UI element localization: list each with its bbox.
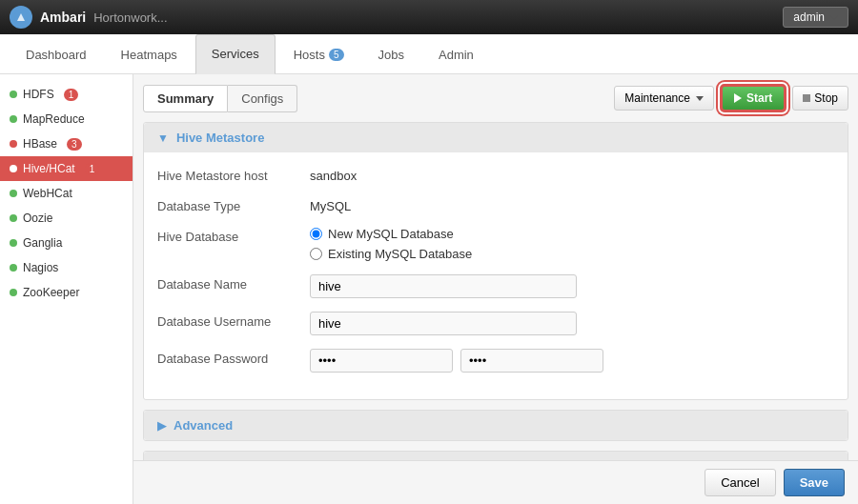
start-button[interactable]: Start [720,84,786,112]
cancel-button[interactable]: Cancel [705,469,775,496]
hbase-badge: 3 [67,138,82,151]
db-username-label: Database Username [157,312,310,329]
sidebar-item-hbase[interactable]: HBase 3 [0,131,133,156]
brand: Ambari Hortonwork... [10,6,168,29]
sidebar-item-ganglia[interactable]: Ganglia [0,231,133,255]
navbar: Ambari Hortonwork... admin [0,0,858,34]
mapreduce-status-dot [10,115,17,123]
hive-hcat-status-dot [10,165,17,172]
play-icon [734,93,742,103]
stop-icon [803,94,810,102]
hive-db-radio-group: New MySQL Database Existing MySQL Databa… [310,227,472,261]
tab-admin[interactable]: Admin [422,34,490,74]
radio-existing-mysql: Existing MySQL Database [310,247,472,261]
sidebar-item-zookeeper[interactable]: ZooKeeper [0,280,133,305]
hive-hcat-badge: 1 [85,163,100,175]
maintenance-chevron-icon [696,96,704,101]
host-label: Hive Metastore host [157,166,310,183]
db-name-label: Database Name [157,274,310,292]
db-password-confirm-input[interactable] [460,349,603,373]
cluster-label: Hortonwork... [93,10,167,25]
advanced-section-header[interactable]: ▶ Advanced [144,411,848,440]
tab-services[interactable]: Services [195,34,276,74]
sidebar-item-mapreduce[interactable]: MapReduce [0,107,133,131]
tab-summary[interactable]: Summary [143,85,228,112]
bottom-bar: Cancel Save [133,460,858,504]
ambari-logo [10,6,32,29]
tab-dashboard[interactable]: Dashboard [10,34,103,74]
advanced-arrow-icon: ▶ [157,419,166,433]
scrollable-content: Summary Configs Maintenance Start [133,74,858,504]
admin-dropdown[interactable]: admin [783,7,848,28]
hosts-badge: 5 [329,49,344,61]
ambari-label: Ambari [40,10,86,25]
db-username-input[interactable] [310,312,577,335]
db-type-value: MySQL [310,196,351,213]
hive-metastore-section: ▼ Hive Metastore Hive Metastore host san… [143,122,848,400]
action-buttons: Maintenance Start Stop [614,84,848,112]
zookeeper-status-dot [10,289,17,296]
stop-button[interactable]: Stop [792,86,848,111]
radio-new-mysql-input[interactable] [310,228,322,240]
password-inputs [310,349,603,373]
hive-db-row: Hive Database New MySQL Database Existin… [157,227,834,261]
db-name-input[interactable] [310,274,577,298]
nagios-status-dot [10,264,17,272]
maintenance-button[interactable]: Maintenance [614,86,714,111]
db-password-input[interactable] [310,349,453,373]
db-username-row: Database Username [157,312,834,335]
db-type-label: Database Type [157,196,310,213]
host-value: sandbox [310,166,357,183]
oozie-status-dot [10,214,17,222]
admin-chevron-icon [830,15,838,20]
radio-existing-mysql-label: Existing MySQL Database [328,247,472,261]
hive-metastore-arrow-icon: ▼ [157,131,169,145]
main-tabs: Dashboard Heatmaps Services Hosts 5 Jobs… [0,34,858,74]
sidebar-item-webhcat[interactable]: WebHCat [0,181,133,206]
hive-metastore-section-header[interactable]: ▼ Hive Metastore [144,123,848,152]
tab-heatmaps[interactable]: Heatmaps [105,34,194,74]
main-content: Summary Configs Maintenance Start [133,74,858,504]
hdfs-status-dot [10,91,17,98]
ganglia-status-dot [10,239,17,247]
host-row: Hive Metastore host sandbox [157,166,834,183]
advanced-section: ▶ Advanced [143,410,848,441]
content-area: HDFS 1 MapReduce HBase 3 Hive/HCat 1 Web… [0,74,858,504]
db-password-label: Database Password [157,349,310,366]
sub-tabs-row: Summary Configs Maintenance Start [143,84,848,112]
sidebar-item-hdfs[interactable]: HDFS 1 [0,82,133,107]
radio-new-mysql: New MySQL Database [310,227,472,241]
hive-db-label: Hive Database [157,227,310,244]
db-password-row: Database Password [157,349,834,373]
webhcat-status-dot [10,190,17,197]
advanced-title: Advanced [174,418,233,433]
sidebar: HDFS 1 MapReduce HBase 3 Hive/HCat 1 Web… [0,74,133,504]
sidebar-item-oozie[interactable]: Oozie [0,206,133,231]
hbase-status-dot [10,140,17,148]
tab-jobs[interactable]: Jobs [362,34,420,74]
db-type-row: Database Type MySQL [157,196,834,213]
radio-existing-mysql-input[interactable] [310,248,322,260]
db-name-row: Database Name [157,274,834,298]
radio-new-mysql-label: New MySQL Database [328,227,454,241]
hive-metastore-body: Hive Metastore host sandbox Database Typ… [144,152,848,399]
tab-configs[interactable]: Configs [228,85,297,112]
sub-tabs: Summary Configs [143,85,297,112]
save-button[interactable]: Save [784,469,845,496]
hdfs-badge: 1 [64,89,79,101]
sidebar-item-nagios[interactable]: Nagios [0,255,133,280]
sidebar-item-hive-hcat[interactable]: Hive/HCat 1 [0,156,133,181]
tab-hosts[interactable]: Hosts 5 [277,34,360,74]
hive-metastore-title: Hive Metastore [176,131,264,145]
